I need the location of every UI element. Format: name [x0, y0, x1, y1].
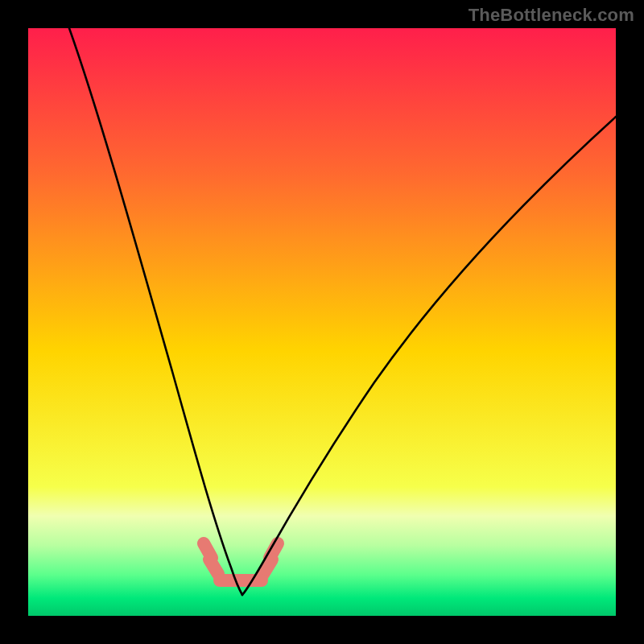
left-curve [69, 28, 242, 595]
right-curve [242, 117, 616, 595]
chart-frame: TheBottleneck.com [0, 0, 644, 644]
curve-lines [69, 28, 616, 595]
marker-band [204, 543, 278, 580]
watermark-label: TheBottleneck.com [469, 5, 634, 26]
chart-curves [28, 28, 616, 616]
plot-area [28, 28, 616, 616]
